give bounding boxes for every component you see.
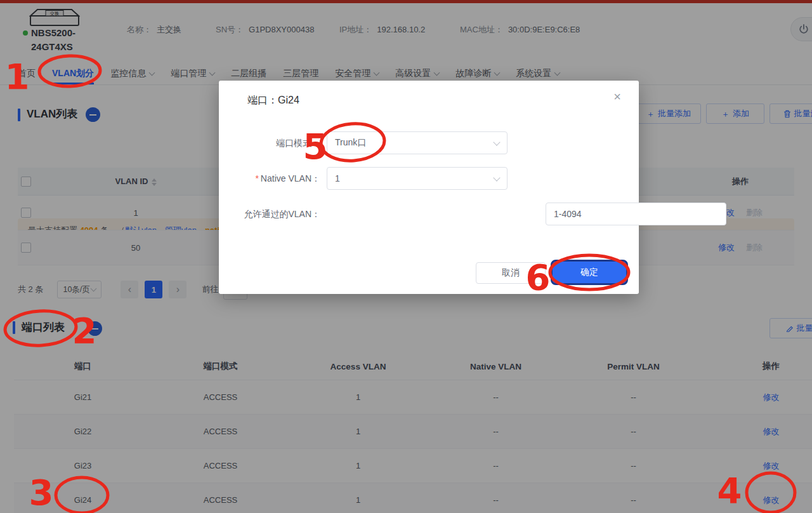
chevron-down-icon [493,174,500,181]
permit-vlan-input[interactable] [546,203,726,225]
confirm-button[interactable]: 确定 [551,260,628,285]
switch-admin-page: 交换 NBS5200- 24GT4XS 名称：主交换 SN号：G1PD8XY00… [0,0,812,513]
port-edit-dialog: 端口：Gi24 × 端口模式： Trunk口 *Native VLAN： 1 允… [219,81,639,294]
chevron-down-icon [493,138,500,145]
dialog-title: 端口：Gi24 [247,94,299,107]
cancel-button[interactable]: 取消 [476,262,546,284]
native-vlan-label: *Native VLAN： [219,167,320,190]
port-mode-select[interactable]: Trunk口 [327,131,508,154]
permit-vlan-label: 允许通过的VLAN： [219,203,320,225]
port-mode-label: 端口模式： [219,131,320,154]
native-vlan-select[interactable]: 1 [327,167,508,190]
close-icon[interactable]: × [613,90,621,103]
